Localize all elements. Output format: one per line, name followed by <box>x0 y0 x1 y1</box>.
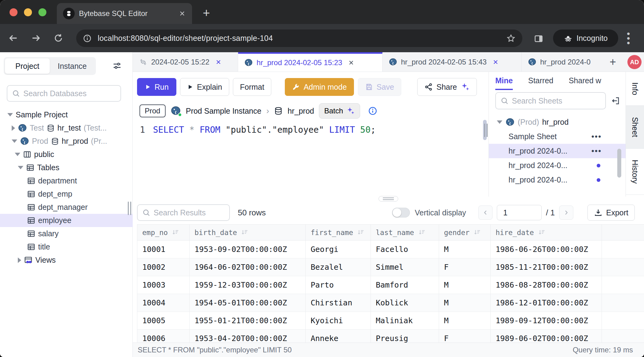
column-header-first-name[interactable]: first_name <box>306 225 371 240</box>
reload-icon[interactable] <box>53 33 63 43</box>
next-page-button[interactable] <box>559 206 573 220</box>
side-panel-icon[interactable] <box>534 34 544 44</box>
run-button[interactable]: Run <box>137 78 176 96</box>
rail-tab-history[interactable]: History <box>626 149 644 195</box>
ai-sparkle-icon[interactable] <box>461 82 470 92</box>
cell-gender[interactable]: F <box>439 330 491 343</box>
sheet-search-input[interactable]: Search Sheets <box>495 92 606 109</box>
table-row[interactable]: 10003 1959-12-03T00:00:00Z Parto Bamford… <box>137 276 644 294</box>
caret-right-icon[interactable] <box>12 125 15 131</box>
cell-emp-no[interactable]: 10002 <box>137 258 190 276</box>
sheet-item[interactable]: hr_prod 2024-0... <box>489 158 626 173</box>
database-search-input[interactable]: Search Databases <box>7 85 121 102</box>
export-button[interactable]: Export <box>587 205 635 221</box>
caret-right-icon[interactable] <box>18 257 21 263</box>
cell-hire-date[interactable]: 1989-06-02T00:00:00Z <box>491 330 602 343</box>
cell-birth-date[interactable]: 1955-01-21T00:00:00Z <box>190 312 306 329</box>
user-avatar[interactable]: AD <box>627 55 642 69</box>
collapse-panel-icon[interactable] <box>611 96 620 105</box>
cell-hire-date[interactable]: 1986-06-26T00:00:00Z <box>491 241 602 258</box>
column-header-emp-no[interactable]: emp_no <box>137 225 190 240</box>
sheet-item-sample[interactable]: Sample Sheet ••• <box>489 129 626 144</box>
share-button[interactable]: Share <box>417 78 477 96</box>
tab-mine[interactable]: Mine <box>495 76 513 90</box>
sort-icon[interactable] <box>241 229 249 237</box>
sheet-more-icon[interactable]: ••• <box>591 132 602 141</box>
format-button[interactable]: Format <box>233 78 271 96</box>
cell-hire-date[interactable]: 1986-12-01T00:00:00Z <box>491 294 602 312</box>
close-window-button[interactable] <box>10 8 18 16</box>
back-icon[interactable] <box>8 33 18 43</box>
sheet-tab-unsaved[interactable]: 2024-02-05 15:22 <box>133 52 238 72</box>
tree-node-table-dept-manager[interactable]: dept_manager <box>0 201 133 214</box>
caret-down-icon[interactable] <box>15 153 20 156</box>
column-header-hire-date[interactable]: hire_date <box>491 225 602 240</box>
tree-node-tables-group[interactable]: Tables <box>0 161 133 174</box>
sheet-group-hr-prod[interactable]: (Prod) hr_prod <box>489 115 626 129</box>
cell-first-name[interactable]: Georgi <box>306 241 371 258</box>
rail-tab-info[interactable]: Info <box>626 72 644 106</box>
sheet-tab[interactable]: hr_prod 2024-02-05 15:43 <box>383 52 522 72</box>
sidebar-resize-handle[interactable] <box>126 199 133 218</box>
sort-icon[interactable] <box>473 229 481 237</box>
table-row[interactable]: 10004 1954-05-01T00:00:00Z Chirstian Kob… <box>137 294 644 312</box>
browser-tab[interactable]: Bytebase SQL Editor <box>57 3 192 24</box>
prev-page-button[interactable] <box>478 206 493 220</box>
close-tab-icon[interactable] <box>348 59 355 66</box>
cell-emp-no[interactable]: 10004 <box>137 294 190 312</box>
batch-button[interactable]: Batch <box>319 103 360 119</box>
cell-emp-no[interactable]: 10006 <box>137 330 190 343</box>
sort-icon[interactable] <box>171 229 179 237</box>
sheet-item-selected[interactable]: hr_prod 2024-0... ••• <box>489 144 626 158</box>
table-row[interactable]: 10002 1964-06-02T00:00:00Z Bezalel Simme… <box>137 258 644 276</box>
sql-editor[interactable]: 1 SELECT * FROM "public"."employee" LIMI… <box>133 125 489 135</box>
page-number-input[interactable] <box>497 205 542 220</box>
zoom-window-button[interactable] <box>38 8 46 16</box>
sort-icon[interactable] <box>418 229 426 237</box>
tree-node-table-salary[interactable]: salary <box>0 227 133 240</box>
tab-project[interactable]: Project <box>5 58 50 74</box>
tree-node-db-hr-prod[interactable]: Prod hr_prod (Pr... <box>0 135 133 148</box>
cell-first-name[interactable]: Chirstian <box>306 294 371 312</box>
connection-info-icon[interactable] <box>368 106 377 116</box>
tree-node-db-hr-test[interactable]: Test hr_test (Test... <box>0 121 133 135</box>
explain-button[interactable]: Explain <box>180 78 229 96</box>
results-splitter[interactable] <box>133 197 644 201</box>
cell-last-name[interactable]: Maliniak <box>371 312 439 329</box>
cell-emp-no[interactable]: 10001 <box>137 241 190 258</box>
close-tab-icon[interactable] <box>492 59 499 65</box>
cell-gender[interactable]: M <box>439 312 491 329</box>
close-tab-icon[interactable] <box>215 59 222 65</box>
rail-tab-sheet[interactable]: Sheet <box>626 106 644 149</box>
sidebar-filter-icon[interactable] <box>112 61 122 71</box>
cell-birth-date[interactable]: 1954-05-01T00:00:00Z <box>190 294 306 312</box>
bookmark-star-icon[interactable] <box>506 34 516 43</box>
tree-node-table-employee-selected[interactable]: employee <box>0 214 133 227</box>
column-header-gender[interactable]: gender <box>439 225 491 240</box>
table-row[interactable]: 10001 1953-09-02T00:00:00Z Georgi Facell… <box>137 241 644 258</box>
tree-node-project-root[interactable]: Sample Project <box>0 108 133 121</box>
sheet-scrollbar-thumb[interactable] <box>617 149 621 178</box>
sheet-tab-truncated[interactable]: hr_prod 2024-0 <box>522 52 605 72</box>
vertical-display-toggle[interactable] <box>392 208 410 218</box>
cell-gender[interactable]: M <box>439 294 491 312</box>
site-info-icon[interactable] <box>83 34 92 43</box>
cell-hire-date[interactable]: 1989-09-12T00:00:00Z <box>491 312 602 329</box>
cell-gender[interactable]: M <box>439 241 491 258</box>
new-sheet-tab-button[interactable]: + <box>610 56 616 69</box>
table-row[interactable]: 10005 1955-01-21T00:00:00Z Kyoichi Malin… <box>137 312 644 330</box>
sort-icon[interactable] <box>538 229 546 237</box>
results-search-input[interactable]: Search Results <box>137 204 230 221</box>
cell-first-name[interactable]: Anneke <box>306 330 371 343</box>
save-button[interactable]: Save <box>358 78 401 96</box>
admin-mode-button[interactable]: Admin mode <box>285 78 354 96</box>
cell-last-name[interactable]: Koblick <box>371 294 439 312</box>
new-browser-tab-button[interactable]: + <box>203 7 210 19</box>
caret-down-icon[interactable] <box>18 166 23 169</box>
caret-down-icon[interactable] <box>7 113 13 116</box>
sort-icon[interactable] <box>357 229 365 237</box>
browser-tab-close-icon[interactable] <box>179 10 186 17</box>
tree-node-table-department[interactable]: department <box>0 174 133 187</box>
cell-emp-no[interactable]: 10003 <box>137 276 190 294</box>
cell-last-name[interactable]: Facello <box>371 241 439 258</box>
